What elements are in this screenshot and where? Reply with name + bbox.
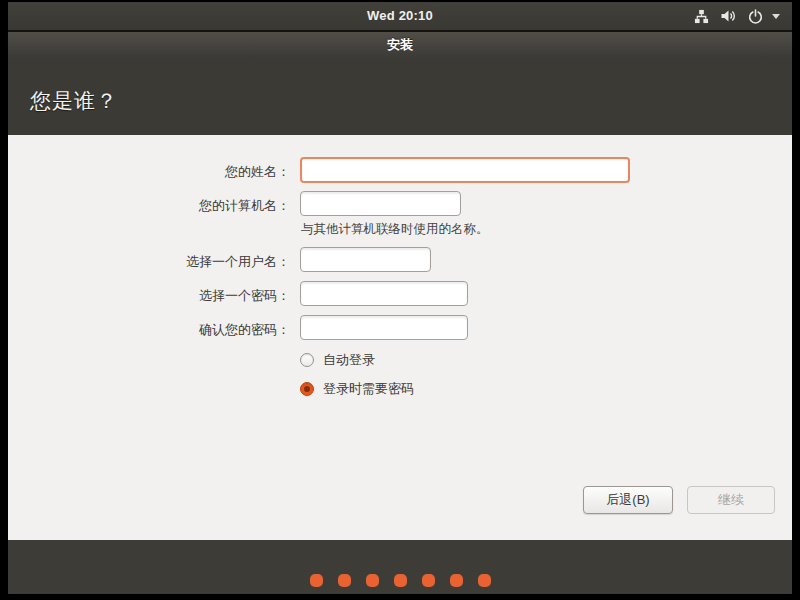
- radio-selected-icon[interactable]: [300, 382, 314, 396]
- radio-circle-icon[interactable]: [300, 353, 314, 367]
- name-label: 您的姓名：: [225, 163, 290, 181]
- network-icon[interactable]: [693, 8, 709, 24]
- radio-require-password[interactable]: 登录时需要密码: [300, 380, 414, 398]
- form-area: 您的姓名： 您的计算机名： 与其他计算机联络时使用的名称。 选择一个用户名： 选…: [8, 135, 792, 540]
- confirm-password-label: 确认您的密码：: [199, 321, 290, 339]
- window-title: 安装: [387, 36, 413, 54]
- installer-screen: Wed 20:10: [8, 2, 792, 594]
- progress-dot: [478, 574, 491, 587]
- progress-dot: [338, 574, 351, 587]
- power-icon[interactable]: [747, 8, 763, 24]
- continue-button[interactable]: 继续: [687, 486, 775, 514]
- back-button[interactable]: 后退(B): [583, 486, 673, 514]
- hostname-hint: 与其他计算机联络时使用的名称。: [301, 221, 489, 238]
- username-label: 选择一个用户名：: [186, 253, 290, 271]
- radio-auto-login[interactable]: 自动登录: [300, 351, 375, 369]
- system-top-panel: Wed 20:10: [8, 2, 792, 32]
- volume-icon[interactable]: [720, 8, 736, 24]
- confirm-password-input[interactable]: [300, 315, 468, 340]
- username-input[interactable]: [300, 247, 431, 272]
- progress-dot: [394, 574, 407, 587]
- radio-auto-login-label: 自动登录: [323, 351, 375, 369]
- hostname-label: 您的计算机名：: [199, 197, 290, 215]
- progress-dot: [450, 574, 463, 587]
- indicator-area: [693, 2, 780, 30]
- password-input[interactable]: [300, 281, 468, 306]
- progress-dot: [366, 574, 379, 587]
- page-header: 您是谁？: [8, 58, 792, 135]
- progress-dot: [310, 574, 323, 587]
- progress-dot: [422, 574, 435, 587]
- page-title: 您是谁？: [30, 79, 118, 115]
- progress-footer: [8, 540, 792, 594]
- window-titlebar: 安装: [8, 32, 792, 58]
- clock[interactable]: Wed 20:10: [8, 2, 792, 30]
- password-label: 选择一个密码：: [199, 287, 290, 305]
- computer-name-input[interactable]: [300, 191, 461, 216]
- caret-down-icon[interactable]: [772, 14, 780, 19]
- full-name-input[interactable]: [300, 157, 630, 183]
- radio-require-password-label: 登录时需要密码: [323, 380, 414, 398]
